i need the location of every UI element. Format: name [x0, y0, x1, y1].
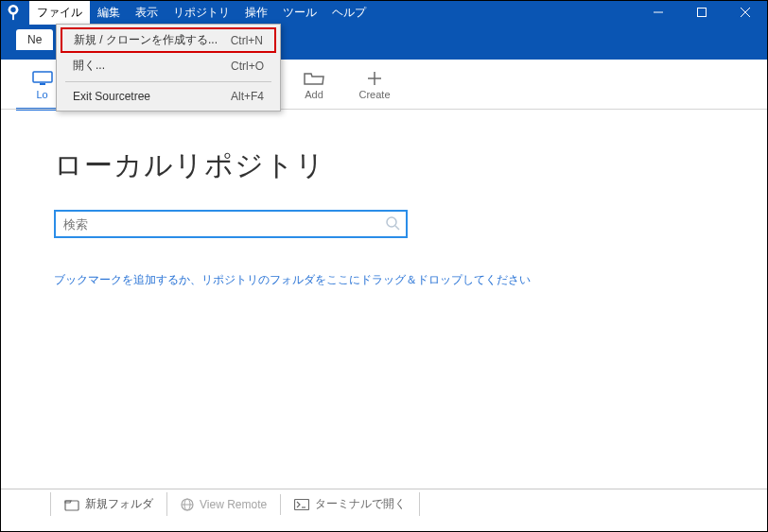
svg-point-1 — [10, 8, 15, 12]
status-label: View Remote — [200, 498, 267, 511]
svg-rect-2 — [12, 13, 14, 20]
menu-item-label: Exit Sourcetree — [73, 90, 150, 103]
tabbar: Ne — [16, 29, 53, 50]
maximize-button[interactable] — [680, 1, 724, 24]
toolbar-local-label: Lo — [36, 89, 47, 100]
menu-item-label: 開く... — [73, 58, 105, 74]
menu-separator — [65, 81, 271, 82]
svg-line-12 — [395, 226, 399, 230]
menu-item-shortcut: Ctrl+O — [231, 60, 264, 73]
close-button[interactable] — [724, 1, 767, 24]
menu-help[interactable]: ヘルプ — [324, 1, 374, 25]
monitor-icon — [32, 71, 53, 86]
app-icon — [3, 2, 24, 23]
folder-open-icon — [304, 71, 324, 86]
status-new-folder[interactable]: 新規フォルダ — [50, 492, 167, 516]
globe-icon — [181, 498, 194, 511]
minimize-button[interactable] — [637, 1, 680, 24]
hint-text: ブックマークを追加するか、リポジトリのフォルダをここにドラッグ＆ドロップしてくだ… — [54, 272, 714, 288]
status-label: 新規フォルダ — [85, 496, 153, 512]
window-controls — [637, 1, 767, 24]
tab-new-label: Ne — [27, 33, 42, 46]
toolbar-create-button[interactable]: Create — [344, 64, 405, 107]
terminal-icon — [294, 499, 309, 510]
search-icon — [385, 215, 400, 233]
toolbar-add-label: Add — [305, 89, 323, 100]
plus-icon — [366, 71, 383, 86]
menu-edit[interactable]: 編集 — [90, 1, 128, 25]
toolbar-add-button[interactable]: Add — [284, 64, 344, 107]
folder-plus-icon — [64, 498, 79, 511]
menu-view[interactable]: 表示 — [128, 1, 166, 25]
menu-item-shortcut: Ctrl+N — [231, 34, 263, 47]
menu-file[interactable]: ファイル — [29, 1, 90, 25]
page-title: ローカルリポジトリ — [54, 146, 714, 185]
menu-action[interactable]: 操作 — [237, 1, 275, 25]
search-box — [54, 210, 714, 238]
svg-rect-7 — [33, 72, 52, 82]
main-area: ローカルリポジトリ ブックマークを追加するか、リポジトリのフォルダをここにドラッ… — [1, 133, 767, 488]
svg-rect-8 — [40, 83, 45, 85]
svg-point-11 — [387, 217, 396, 227]
menu-item-new-clone[interactable]: 新規 / クローンを作成する... Ctrl+N — [61, 27, 276, 53]
menu-repository[interactable]: リポジトリ — [166, 1, 237, 25]
file-menu-dropdown: 新規 / クローンを作成する... Ctrl+N 開く... Ctrl+O Ex… — [56, 24, 281, 112]
status-label: ターミナルで開く — [315, 496, 406, 512]
menu-item-exit[interactable]: Exit Sourcetree Alt+F4 — [60, 85, 277, 108]
toolbar-create-label: Create — [358, 89, 390, 100]
status-terminal[interactable]: ターミナルで開く — [281, 492, 420, 516]
menu-item-shortcut: Alt+F4 — [231, 90, 264, 103]
menu-item-open[interactable]: 開く... Ctrl+O — [60, 53, 277, 78]
svg-rect-4 — [698, 9, 707, 17]
menu-item-label: 新規 / クローンを作成する... — [74, 32, 218, 48]
status-view-remote[interactable]: View Remote — [167, 494, 281, 515]
menu-tools[interactable]: ツール — [275, 1, 324, 25]
tab-new[interactable]: Ne — [16, 29, 53, 50]
statusbar: 新規フォルダ View Remote ターミナルで開く — [1, 489, 767, 519]
search-input[interactable] — [54, 210, 408, 238]
svg-rect-17 — [295, 499, 309, 509]
